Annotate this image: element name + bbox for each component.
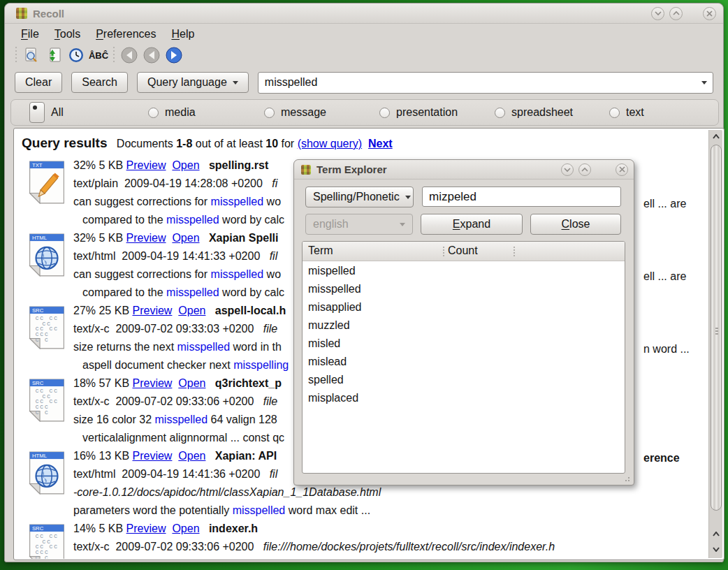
term-table-row[interactable]: misled [303,336,625,354]
menu-file[interactable]: File [15,27,45,42]
source-code-document-icon: SRCccccccccccccccc [29,524,65,559]
result-text: can suggest corrections for [73,268,211,280]
search-button[interactable]: Search [71,72,128,93]
results-summary-text: 10 [265,138,278,149]
term-table-row[interactable]: misapplied [303,300,625,318]
sort-by-date-clock-icon[interactable] [65,45,87,65]
close-dialog-button[interactable]: Close [530,214,621,235]
first-page-icon[interactable] [118,45,140,65]
close-button[interactable] [703,7,716,20]
search-query-combobox[interactable] [258,72,713,94]
spellcheck-abc-icon[interactable]: ÅBĈ [87,45,110,65]
main-titlebar[interactable]: Recoll [5,3,723,24]
document-preview-icon[interactable] [20,45,43,65]
result-text [172,450,178,462]
scroll-up-icon[interactable] [710,527,722,540]
clipped-result-text: n word ... [643,343,690,356]
open-link[interactable]: Open [178,305,205,316]
menu-help[interactable]: Help [165,27,201,42]
preview-link[interactable]: Preview [126,522,166,534]
result-text: word by calc [219,214,284,226]
preview-link[interactable]: Preview [133,305,173,316]
term-table-row[interactable]: misplaced [303,390,625,409]
open-link[interactable]: Open [172,522,199,534]
term-column-header[interactable]: Term [308,244,333,257]
open-link[interactable]: Open [178,377,205,389]
query-language-dropdown[interactable]: Query language [137,72,249,93]
open-link[interactable]: Open [178,450,205,462]
next-page-icon[interactable] [163,45,185,65]
result-text [205,377,214,389]
table-header-row: Term Count [303,242,625,261]
scrollbar-thumb[interactable] [711,145,722,511]
open-link[interactable]: Open [172,159,199,171]
file-path: fil [270,468,278,480]
expand-button[interactable]: Expand [421,214,523,235]
search-query-input[interactable] [259,76,713,89]
filter-label: message [281,106,326,119]
result-title: spelling.rst [209,159,268,171]
expansion-mode-select[interactable]: Spelling/Phonetic [305,187,414,207]
resize-grip[interactable] [623,475,630,482]
radio-button-icon[interactable] [495,108,505,118]
term-table-row[interactable]: misspelled [303,282,625,300]
term-input[interactable] [423,187,620,206]
scroll-down-icon[interactable] [710,543,722,555]
chevron-down-icon [400,223,405,226]
minimize-button[interactable] [561,163,574,176]
term-input-box[interactable] [422,187,621,207]
radio-button-icon[interactable] [29,102,45,123]
next-page-link[interactable]: Next [368,138,393,149]
term-cell: misplaced [308,392,358,404]
filter-radio-spreadsheet[interactable]: spreadsheet [495,106,573,119]
previous-page-icon[interactable] [140,45,163,65]
clear-button[interactable]: Clear [15,72,62,93]
menu-preferences[interactable]: Preferences [89,27,162,42]
html-document-icon: HTML [29,451,65,497]
file-path: fi [272,177,277,189]
results-summary-text: 1-8 [176,138,192,149]
svg-text:c: c [45,337,48,344]
close-button[interactable] [616,163,628,176]
result-text: compared to the [82,214,166,226]
radio-button-icon[interactable] [379,108,390,118]
result-line: size returns the next misspelled word in… [73,341,289,359]
open-link[interactable]: Open [172,232,199,244]
language-select[interactable]: english [305,214,413,235]
highlighted-term: misspelled [177,341,231,353]
filter-label: text [626,106,644,119]
show-query-link[interactable]: (show query) [298,138,362,149]
term-table-row[interactable]: mislead [303,354,625,372]
radio-button-icon[interactable] [264,108,275,118]
highlighted-term: misspelled [166,286,219,298]
preview-link[interactable]: Preview [126,159,166,171]
preview-link[interactable]: Preview [133,377,173,389]
preview-link[interactable]: Preview [126,232,166,244]
radio-button-icon[interactable] [148,108,159,118]
toolbar: ÅBĈ [5,43,723,67]
term-table-row[interactable]: mispelled [303,263,625,282]
filter-radio-presentation[interactable]: presentation [379,106,458,119]
sort-document-icon[interactable] [43,45,65,65]
results-scrollbar[interactable] [708,130,722,558]
maximize-button[interactable] [669,7,683,20]
result-text: parameters word the potentially [73,504,233,516]
minimize-button[interactable] [651,7,664,20]
filter-radio-message[interactable]: message [264,106,326,119]
maximize-button[interactable] [578,163,591,176]
result-line: text/x-c 2009-07-02 09:33:06 +0200 file:… [73,541,555,559]
svg-text:c: c [45,555,48,559]
count-column-header[interactable]: Count [448,244,478,257]
dialog-titlebar[interactable]: Term Explorer [294,160,634,180]
filter-radio-media[interactable]: media [148,106,196,119]
filter-radio-all[interactable]: All [29,102,64,123]
result-text: compared to the [82,286,166,298]
radio-button-icon[interactable] [609,108,620,118]
scroll-up-icon[interactable] [710,130,722,142]
term-table-row[interactable]: spelled [303,372,625,390]
term-table-row[interactable]: muzzled [303,318,625,336]
menu-tools[interactable]: Tools [48,27,87,42]
filter-radio-text[interactable]: text [609,106,644,119]
preview-link[interactable]: Preview [133,450,173,462]
result-text: text/x-c 2009-07-02 09:33:06 +0200 [73,395,263,407]
